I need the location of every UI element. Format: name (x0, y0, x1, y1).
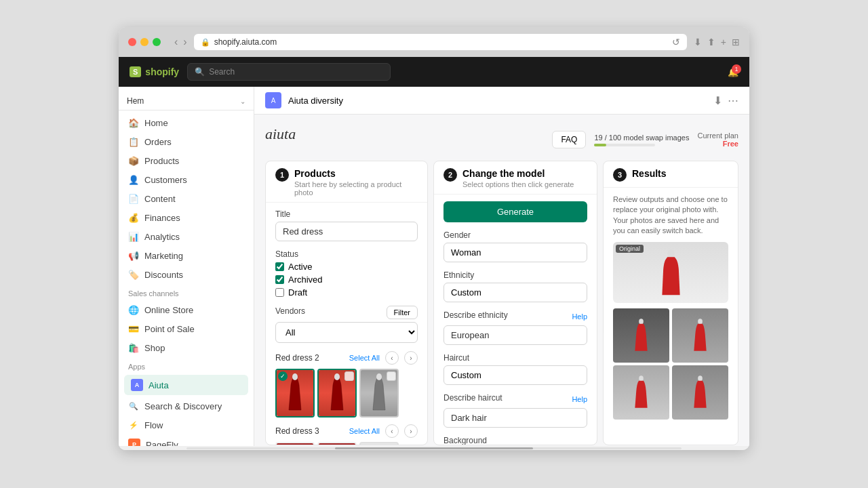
aiuta-top-controls: FAQ 19 / 100 model swap images Current p… (552, 131, 738, 148)
describe-ethnicity-input[interactable] (443, 325, 587, 345)
title-input[interactable] (275, 222, 418, 241)
home-icon: 🏠 (128, 117, 139, 128)
results-header: 3 Results (604, 161, 738, 188)
store-selector[interactable]: Hem ⌄ (119, 92, 254, 110)
haircut-field-group: Haircut Custom (443, 353, 587, 385)
result-thumb-4[interactable] (672, 365, 728, 420)
sidebar-item-search-discovery[interactable]: 🔍 Search & Discovery (119, 396, 254, 415)
result-original-thumb[interactable]: Original (613, 242, 728, 303)
back-button[interactable]: ‹ (174, 36, 178, 48)
select-all-group-2[interactable]: Select All (349, 427, 380, 435)
product-thumb-6[interactable] (359, 442, 399, 445)
sidebar-item-analytics[interactable]: 📊 Analytics (119, 227, 254, 246)
sidebar-item-customers[interactable]: 👤 Customers (119, 170, 254, 189)
maximize-button[interactable] (153, 38, 161, 46)
apps-label: Apps (119, 357, 254, 373)
ethnicity-help-link[interactable]: Help (572, 312, 587, 321)
haircut-label: Haircut (443, 353, 587, 363)
product-thumb-5[interactable] (317, 442, 357, 445)
sidebar-item-shop[interactable]: 🛍️ Shop (119, 338, 254, 357)
select-all-group-1[interactable]: Select All (349, 354, 380, 362)
search-placeholder: Search (209, 67, 235, 77)
tabs-icon[interactable]: ⊞ (732, 37, 740, 47)
refresh-icon[interactable]: ↺ (672, 37, 680, 47)
result-thumb-2[interactable] (672, 308, 728, 363)
sidebar-item-label: Products (144, 156, 179, 166)
product-thumb-3[interactable] (359, 369, 399, 418)
sidebar-item-online-store[interactable]: 🌐 Online Store (119, 300, 254, 319)
sidebar-item-pos[interactable]: 💳 Point of Sale (119, 319, 254, 338)
sidebar-item-flow[interactable]: ⚡ Flow (119, 415, 254, 434)
counter-progress-fill (594, 144, 606, 146)
horizontal-scrollbar-thumb[interactable] (335, 447, 533, 449)
faq-button[interactable]: FAQ (552, 131, 586, 148)
sidebar-item-label: Analytics (144, 232, 180, 242)
sidebar-item-pagefly[interactable]: P PageFly (119, 434, 254, 446)
describe-ethnicity-group: Describe ethnicity Help (443, 310, 587, 345)
results-body: Review outputs and choose one to replace… (604, 188, 738, 445)
product-thumb-4[interactable] (275, 442, 315, 445)
product-thumb-1[interactable]: ✓ (275, 369, 315, 418)
original-badge: Original (616, 245, 644, 253)
url-text: shopify.aiuta.com (214, 37, 277, 47)
aiuta-header-title: Aiuta diversity (288, 96, 343, 106)
aiuta-header-icon: A (265, 92, 281, 108)
active-label: Active (288, 262, 312, 272)
gender-select[interactable]: Woman (443, 243, 587, 262)
status-archived-row: Archived (275, 274, 418, 285)
draft-checkbox[interactable] (275, 288, 284, 297)
download-icon[interactable]: ⬇ (713, 94, 722, 107)
sidebar-item-label: Aiuta (149, 380, 169, 390)
forward-button[interactable]: › (183, 36, 186, 48)
shopify-logo: S shopify (130, 66, 179, 77)
svg-point-3 (667, 249, 675, 257)
vendors-select[interactable]: All (275, 322, 418, 343)
shopify-logo-icon: S (130, 66, 141, 77)
more-options-icon[interactable]: ⋯ (728, 94, 738, 107)
next-arrow-group-1[interactable]: › (404, 351, 418, 365)
products-panel: 1 Products Start here by selecting a pro… (265, 161, 428, 445)
sidebar-item-marketing[interactable]: 📢 Marketing (119, 246, 254, 265)
filter-button[interactable]: Filter (387, 306, 418, 319)
finances-icon: 💰 (128, 212, 139, 223)
close-button[interactable] (128, 38, 136, 46)
active-checkbox[interactable] (275, 262, 284, 271)
sidebar-item-aiuta[interactable]: A Aiuta (124, 375, 248, 395)
sidebar-item-products[interactable]: 📦 Products (119, 151, 254, 170)
notification-bell[interactable]: 🔔 1 (728, 67, 738, 77)
model-body: Generate Gender Woman (434, 195, 597, 445)
sidebar-item-finances[interactable]: 💰 Finances (119, 208, 254, 227)
status-active-row: Active (275, 262, 418, 272)
three-column-layout: 1 Products Start here by selecting a pro… (265, 161, 738, 445)
lock-icon: 🔒 (201, 38, 210, 47)
next-arrow-group-2[interactable]: › (404, 424, 418, 438)
result-thumb-3[interactable] (613, 365, 669, 420)
haircut-help-link[interactable]: Help (572, 395, 587, 403)
sidebar-item-discounts[interactable]: 🏷️ Discounts (119, 265, 254, 284)
minimize-button[interactable] (140, 38, 149, 46)
prev-arrow-group-1[interactable]: ‹ (385, 351, 399, 365)
archived-checkbox[interactable] (275, 275, 284, 284)
share-icon[interactable]: ⬆ (707, 37, 715, 47)
sidebar-item-orders[interactable]: 📋 Orders (119, 132, 254, 151)
aiuta-app-icon: A (131, 379, 143, 391)
sidebar-item-label: Orders (144, 137, 172, 147)
download-browser-icon[interactable]: ⬇ (694, 37, 702, 47)
haircut-select[interactable]: Custom (443, 365, 587, 385)
title-field-group: Title (275, 209, 418, 241)
url-bar[interactable]: 🔒 shopify.aiuta.com ↺ (194, 34, 687, 50)
describe-haircut-input[interactable] (443, 408, 587, 428)
generate-button[interactable]: Generate (443, 201, 587, 222)
status-field-group: Status Active Archived (275, 249, 418, 298)
global-search[interactable]: 🔍 Search (187, 63, 391, 81)
new-tab-icon[interactable]: + (721, 37, 726, 47)
sidebar-item-home[interactable]: 🏠 Home (119, 113, 254, 132)
search-icon: 🔍 (195, 67, 205, 77)
sidebar-item-content[interactable]: 📄 Content (119, 189, 254, 208)
prev-arrow-group-2[interactable]: ‹ (385, 424, 399, 438)
result-thumb-1[interactable] (613, 308, 669, 363)
sidebar-item-label: Content (144, 194, 176, 204)
product-thumb-2[interactable] (317, 369, 357, 418)
ethnicity-select[interactable]: Custom (443, 283, 587, 302)
notification-badge: 1 (732, 64, 741, 74)
